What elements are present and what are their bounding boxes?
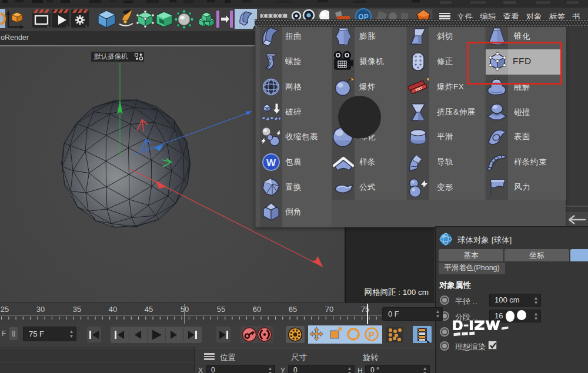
svg-text:P: P bbox=[369, 330, 375, 340]
svg-text:W: W bbox=[266, 157, 276, 169]
